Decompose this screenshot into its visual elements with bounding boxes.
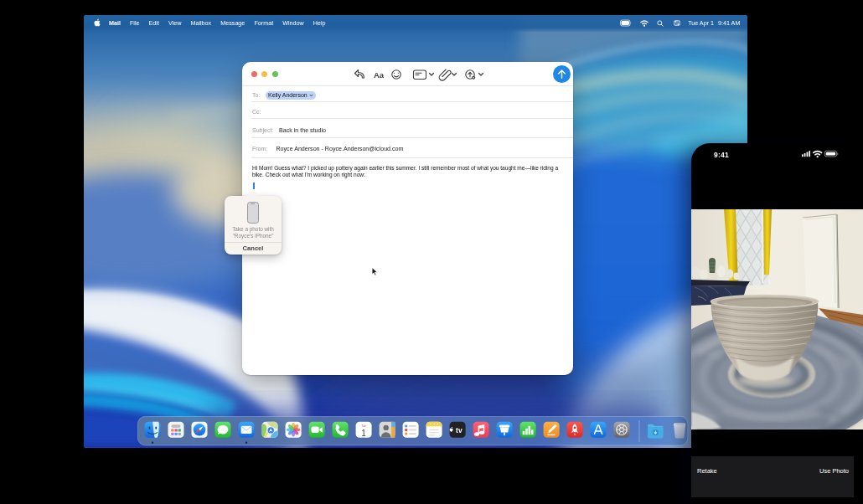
svg-text:1: 1 [361, 428, 366, 437]
svg-text:tv: tv [456, 425, 463, 434]
svg-text:Aa: Aa [374, 70, 385, 80]
svg-text:Tue: Tue [361, 424, 366, 428]
